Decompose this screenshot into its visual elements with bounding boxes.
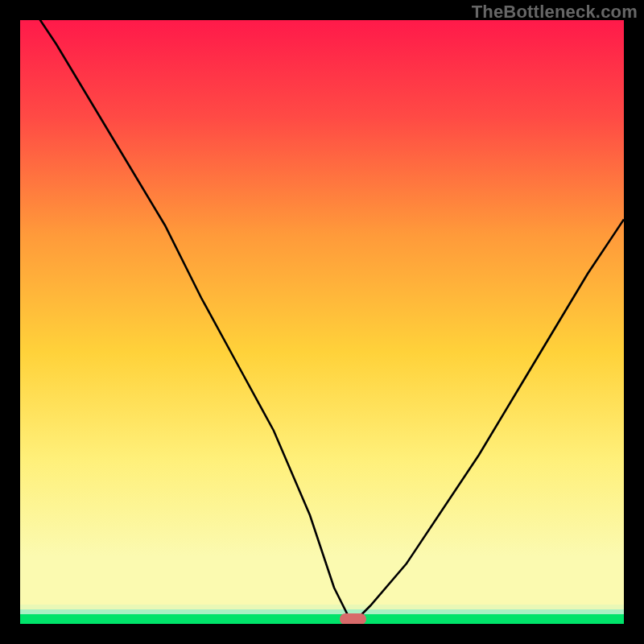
bottleneck-curve [20,20,624,624]
watermark-text: TheBottleneck.com [472,2,638,23]
optimal-marker [340,613,366,624]
plot-area [20,20,624,624]
chart-container: TheBottleneck.com [0,0,644,644]
